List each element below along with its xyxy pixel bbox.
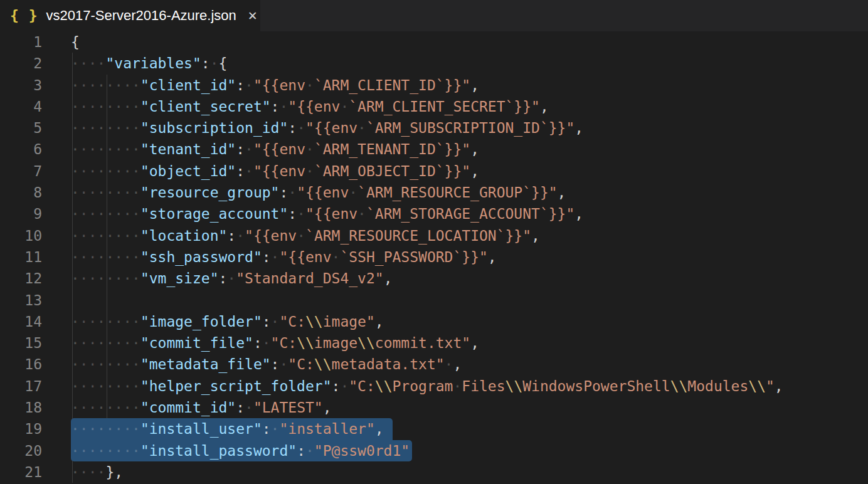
code-line[interactable]: 20········"install_password":·"P@ssw0rd1… — [0, 440, 868, 461]
line-number[interactable]: 4 — [0, 96, 42, 117]
code-line[interactable]: 14········"image_folder":·"C:\\image", — [0, 311, 868, 332]
code-line[interactable]: 5········"subscription_id":·"{{env·`ARM_… — [0, 117, 868, 139]
whitespace-dot: · — [123, 313, 132, 330]
token-str: "{{env — [253, 163, 305, 179]
whitespace-dot: · — [97, 464, 106, 480]
whitespace-dot: · — [97, 378, 106, 394]
line-number[interactable]: 17 — [0, 376, 42, 397]
line-number[interactable]: 12 — [0, 268, 42, 289]
token-pun: , — [574, 206, 583, 222]
line-number[interactable]: 6 — [0, 139, 42, 160]
line-number[interactable]: 20 — [0, 440, 42, 461]
line-number[interactable]: 21 — [0, 461, 42, 483]
token-pun: : — [236, 77, 245, 93]
whitespace-dot: · — [236, 228, 245, 244]
token-pun: : — [297, 443, 305, 459]
token-key: "variables" — [105, 55, 201, 71]
code-line[interactable]: 11········"ssh_password":·"{{env·`SSH_PA… — [0, 246, 868, 268]
token-str: "P@ssw0rd1" — [314, 443, 410, 459]
line-number[interactable]: 5 — [0, 117, 42, 139]
token-esc: \\ — [748, 378, 766, 394]
token-esc: \\ — [297, 335, 314, 351]
code-line[interactable]: 4········"client_secret":·"{{env·`ARM_CL… — [0, 96, 868, 117]
whitespace-dot: · — [262, 335, 271, 351]
code-line[interactable]: 3········"client_id":·"{{env·`ARM_CLIENT… — [0, 75, 868, 96]
whitespace-dot: · — [349, 184, 357, 201]
line-number[interactable]: 8 — [0, 182, 42, 203]
token-str: `ARM_STORAGE_ACCOUNT`}}" — [366, 206, 574, 222]
code-line[interactable]: 7········"object_id":·"{{env·`ARM_OBJECT… — [0, 160, 868, 182]
line-number[interactable]: 3 — [0, 75, 42, 96]
tab-vs2017-server2016-azure-json[interactable]: { } vs2017-Server2016-Azure.json ✕ — [0, 0, 260, 31]
token-esc: \\ — [505, 378, 523, 394]
code-line[interactable]: 17········"helper_script_folder":·"C:\\P… — [0, 376, 868, 397]
whitespace-dot: · — [114, 163, 123, 179]
whitespace-dot: · — [114, 141, 123, 157]
line-number[interactable]: 14 — [0, 311, 42, 332]
whitespace-dot: · — [71, 421, 80, 437]
whitespace-dot: · — [123, 421, 132, 437]
whitespace-dot: · — [123, 206, 132, 222]
line-number[interactable]: 19 — [0, 418, 42, 439]
code-line-text: ····"variables":·{ — [42, 53, 227, 74]
code-line[interactable]: 10········"location":·"{{env·`ARM_RESOUR… — [0, 225, 868, 246]
code-line[interactable]: 15········"commit_file":·"C:\\image\\com… — [0, 332, 868, 354]
code-line[interactable]: 1{ — [0, 31, 868, 53]
line-number[interactable]: 7 — [0, 160, 42, 182]
token-str: commit.txt" — [375, 335, 470, 351]
whitespace-dot: · — [80, 378, 88, 394]
whitespace-dot: · — [105, 141, 114, 157]
code-line[interactable]: 2····"variables":·{ — [0, 53, 868, 74]
token-key: "subscription_id" — [140, 120, 288, 136]
code-line-text — [42, 290, 71, 311]
token-key: "location" — [140, 228, 227, 244]
whitespace-dot: · — [88, 443, 97, 459]
whitespace-dot: · — [88, 55, 97, 71]
whitespace-dot: · — [80, 313, 88, 330]
line-number[interactable]: 13 — [0, 290, 42, 311]
token-key: "storage_account" — [140, 206, 288, 222]
token-key: "vm_size" — [140, 270, 219, 287]
line-number[interactable]: 1 — [0, 31, 42, 53]
line-number[interactable]: 15 — [0, 332, 42, 354]
whitespace-dot: · — [114, 378, 123, 394]
tab-close-icon[interactable]: ✕ — [245, 8, 260, 24]
whitespace-dot: · — [88, 335, 97, 351]
code-line[interactable]: 16········"metadata_file":·"C:\\metadata… — [0, 354, 868, 375]
code-line[interactable]: 19········"install_user":·"installer", — [0, 418, 868, 439]
code-line-text: ········"install_user":·"installer", — [42, 418, 384, 439]
whitespace-dot: · — [71, 378, 80, 394]
code-line[interactable]: 13 — [0, 290, 868, 311]
code-line[interactable]: 18········"commit_id":·"LATEST", — [0, 397, 868, 418]
code-line[interactable]: 6········"tenant_id":·"{{env·`ARM_TENANT… — [0, 139, 868, 160]
whitespace-dot: · — [71, 228, 80, 244]
line-number[interactable]: 9 — [0, 203, 42, 224]
code-line[interactable]: 12········"vm_size":·"Standard_DS4_v2", — [0, 268, 868, 289]
token-str: "LATEST" — [253, 399, 323, 416]
line-number[interactable]: 18 — [0, 397, 42, 418]
whitespace-dot: · — [88, 141, 97, 157]
line-number[interactable]: 10 — [0, 225, 42, 246]
whitespace-dot: · — [245, 163, 253, 179]
token-str: "C: — [279, 313, 305, 330]
line-number[interactable]: 11 — [0, 246, 42, 268]
whitespace-dot: · — [97, 55, 106, 71]
token-str: `ARM_SUBSCRIPTION_ID`}}" — [366, 120, 574, 136]
whitespace-dot: · — [80, 206, 88, 222]
code-line[interactable]: 9········"storage_account":·"{{env·`ARM_… — [0, 203, 868, 224]
code-line[interactable]: 21····}, — [0, 461, 868, 483]
token-esc: \\ — [375, 378, 393, 394]
code-editor[interactable]: 1{2····"variables":·{3········"client_id… — [0, 31, 868, 484]
code-line[interactable]: 8········"resource_group":·"{{env·`ARM_R… — [0, 182, 868, 203]
whitespace-dot: · — [114, 249, 123, 265]
whitespace-dot: · — [332, 249, 341, 265]
tab-title: vs2017-Server2016-Azure.json — [46, 8, 236, 24]
line-number[interactable]: 2 — [0, 53, 42, 74]
token-pun: : — [236, 163, 245, 179]
whitespace-dot: · — [132, 378, 140, 394]
line-number[interactable]: 16 — [0, 354, 42, 375]
whitespace-dot: · — [357, 206, 366, 222]
whitespace-dot: · — [114, 335, 123, 351]
whitespace-dot: · — [105, 163, 114, 179]
whitespace-dot: · — [105, 206, 114, 222]
